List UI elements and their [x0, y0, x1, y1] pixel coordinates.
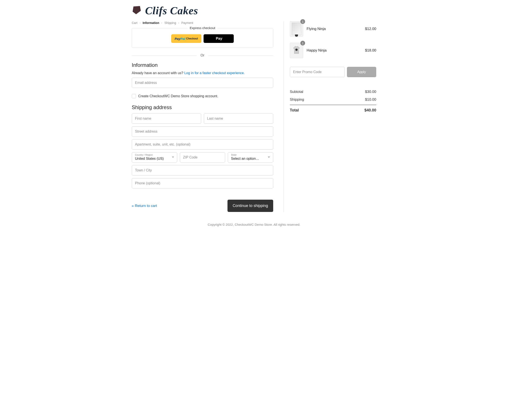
- breadcrumb-shipping: Shipping: [164, 21, 176, 25]
- chevron-down-icon: [267, 156, 270, 159]
- product-price: $18.00: [365, 48, 376, 52]
- return-to-cart-link[interactable]: « Return to cart: [132, 204, 157, 208]
- apply-promo-button[interactable]: Apply: [347, 67, 376, 77]
- information-heading: Information: [132, 62, 273, 68]
- last-name-field[interactable]: [204, 113, 273, 124]
- cart-item: 1 Happy Ninja $18.00: [290, 43, 376, 58]
- footer-copyright: Copyright © 2022, CheckoutWC Demo Store.…: [132, 223, 376, 226]
- quantity-badge: 1: [300, 19, 305, 24]
- chevron-right-icon: ›: [178, 21, 179, 24]
- create-account-checkbox[interactable]: [132, 94, 136, 98]
- breadcrumb-payment: Payment: [181, 21, 193, 25]
- street-address-field[interactable]: [132, 126, 273, 137]
- country-select[interactable]: Country / Region United States (US): [132, 152, 177, 163]
- total-value: $40.00: [364, 108, 376, 112]
- chevron-down-icon: [172, 156, 174, 159]
- shipping-label: Shipping: [290, 98, 304, 102]
- logo-icon: [132, 6, 142, 15]
- product-name: Happy Ninja: [306, 48, 362, 52]
- svg-point-0: [295, 49, 298, 51]
- product-name: Flying Ninja: [306, 27, 362, 31]
- subtotal-label: Subtotal: [290, 90, 303, 94]
- brand-name: Clifs Cakes: [145, 4, 198, 17]
- express-checkout-box: Express checkout PayPal Checkout Pay: [132, 28, 273, 48]
- apple-pay-button[interactable]: Pay: [203, 34, 234, 43]
- chevron-right-icon: ›: [140, 21, 140, 24]
- apartment-field[interactable]: [132, 139, 273, 150]
- quantity-badge: 1: [300, 41, 305, 45]
- product-thumbnail: 1: [290, 21, 303, 37]
- email-field[interactable]: [132, 78, 273, 88]
- product-thumbnail: 1: [290, 43, 303, 58]
- cart-item: 1 Flying Ninja $12.00: [290, 21, 376, 37]
- shipping-heading: Shipping address: [132, 104, 273, 110]
- create-account-label: Create CheckoutWC Demo Store shopping ac…: [138, 94, 218, 98]
- subtotal-value: $30.00: [365, 90, 376, 94]
- breadcrumbs: Cart › Information › Shipping › Payment: [132, 21, 273, 25]
- continue-to-shipping-button[interactable]: Continue to shipping: [227, 200, 273, 212]
- zip-field[interactable]: [180, 152, 225, 163]
- first-name-field[interactable]: [132, 113, 201, 124]
- or-divider: Or: [132, 53, 273, 57]
- login-link[interactable]: Log in for a faster checkout experience.: [184, 71, 245, 75]
- express-checkout-label: Express checkout: [187, 26, 217, 30]
- phone-field[interactable]: [132, 178, 273, 188]
- city-field[interactable]: [132, 165, 273, 175]
- header: Clifs Cakes: [132, 4, 376, 17]
- breadcrumb-information: Information: [142, 21, 159, 25]
- state-select[interactable]: State Select an option…: [228, 152, 273, 163]
- login-prompt: Already have an account with us? Log in …: [132, 71, 273, 75]
- shipping-value: $10.00: [365, 98, 376, 102]
- promo-code-field[interactable]: [290, 67, 345, 77]
- chevron-right-icon: ›: [161, 21, 162, 24]
- product-price: $12.00: [365, 27, 376, 31]
- paypal-button[interactable]: PayPal Checkout: [171, 34, 202, 43]
- breadcrumb-cart[interactable]: Cart: [132, 21, 137, 25]
- total-label: Total: [290, 108, 299, 112]
- order-summary: 1 Flying Ninja $12.00 1 Happy Ninja $18.…: [284, 21, 376, 212]
